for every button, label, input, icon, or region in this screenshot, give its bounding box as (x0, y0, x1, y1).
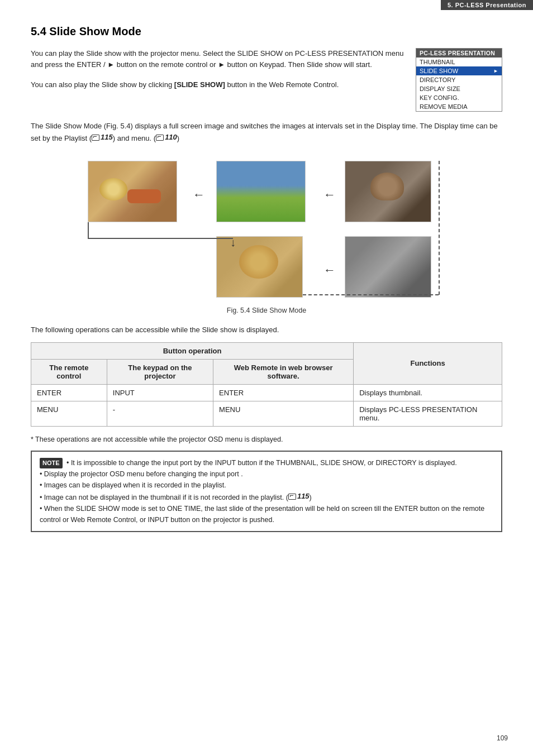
slide-animal (345, 161, 431, 222)
page-number: 109 (497, 734, 508, 742)
ref-icon-115 (92, 135, 99, 141)
para-1: You can play the Slide show with the pro… (31, 48, 404, 70)
table-row: MENU - MENU Displays PC-LESS PRESENTATIO… (31, 401, 502, 426)
ref-num-note-115: 115 (297, 491, 310, 503)
cell-remote-2: MENU (31, 401, 107, 426)
col-header-keypad: The keypad on the projector (107, 359, 213, 384)
cell-remote-1: ENTER (31, 384, 107, 401)
slide-lion (216, 236, 303, 298)
line-food-across (88, 238, 233, 239)
operations-table: Button operation Functions The remote co… (31, 342, 502, 427)
slide-rocks (345, 236, 431, 298)
btn-op-header: Button operation (31, 342, 354, 359)
intro-area: You can play the Slide show with the pro… (31, 48, 502, 112)
ref-icon-note-115 (288, 494, 296, 500)
cell-function-2: Displays PC-LESS PRESENTATION menu. (354, 401, 502, 426)
section-title: 5.4 Slide Show Mode (31, 25, 502, 38)
arrow-rocks-to-lion: ← (323, 263, 336, 277)
dashed-line-right (439, 161, 440, 295)
section-header: 5. PC-LESS Presentation (441, 0, 533, 10)
cell-web-2: MENU (213, 401, 354, 426)
para-2: You can also play the Slide show by clic… (31, 79, 404, 90)
para-3: The Slide Show Mode (Fig. 5.4) displays … (31, 121, 502, 144)
slide-show-diagram: ← ← ↓ ← (71, 155, 462, 300)
table-row: ENTER INPUT ENTER Displays thumbnail. (31, 384, 502, 401)
ref-icon-110 (156, 135, 164, 141)
ref-num-110: 110 (165, 132, 177, 143)
figure-caption: Fig. 5.4 Slide Show Mode (31, 307, 502, 314)
line-food-down (88, 222, 89, 239)
figure-area: ← ← ↓ ← (31, 155, 502, 302)
menu-item-display-size: DISPLAY SIZE (416, 84, 502, 93)
note-badge: NOTE (40, 458, 63, 469)
menu-item-slideshow: SLIDE SHOW ► (416, 66, 502, 75)
note-line-3: • Images can be displayed when it is rec… (40, 480, 493, 491)
cell-web-1: ENTER (213, 384, 354, 401)
menu-item-thumbnail: THUMBNAIL (416, 58, 502, 66)
col-header-remote: The remote control (31, 359, 107, 384)
col-header-web: Web Remote in web browser software. (213, 359, 354, 384)
note-line-2: • Display the projector OSD menu before … (40, 468, 493, 480)
dashed-line-bottom (303, 294, 439, 295)
menu-item-remove-media: REMOVE MEDIA (416, 102, 502, 111)
cell-keypad-1: INPUT (107, 384, 213, 401)
menu-item-directory: DIRECTORY (416, 75, 502, 84)
ops-paragraph: The following operations can be accessib… (31, 324, 502, 336)
functions-header: Functions (354, 342, 502, 384)
note-line-5: • When the SLIDE SHOW mode is set to ONE… (40, 503, 493, 525)
arrow-animal-to-landscape: ← (323, 188, 336, 202)
cell-keypad-2: - (107, 401, 213, 426)
slide-food (88, 161, 177, 222)
menu-item-key-config: KEY CONFIG. (416, 93, 502, 102)
cell-function-1: Displays thumbnail. (354, 384, 502, 401)
note-line-4: • Image can not be displayed in the thum… (40, 491, 493, 503)
arrow-down-to-lion: ↓ (230, 236, 236, 249)
note-line-1: NOTE • It is impossible to change the in… (40, 457, 493, 469)
slide-landscape (216, 161, 306, 222)
pc-less-menu-box: PC-LESS PRESENTATION THUMBNAIL SLIDE SHO… (416, 48, 502, 112)
ref-num-115: 115 (101, 132, 113, 143)
intro-text-1: You can play the Slide show with the pro… (31, 48, 404, 112)
menu-arrow-icon: ► (493, 68, 498, 74)
arrow-landscape-to-food: ← (193, 188, 205, 202)
asterisk-note: * These operations are not accessible wh… (31, 434, 502, 445)
note-box: NOTE • It is impossible to change the in… (31, 451, 502, 532)
menu-title: PC-LESS PRESENTATION (416, 49, 502, 58)
